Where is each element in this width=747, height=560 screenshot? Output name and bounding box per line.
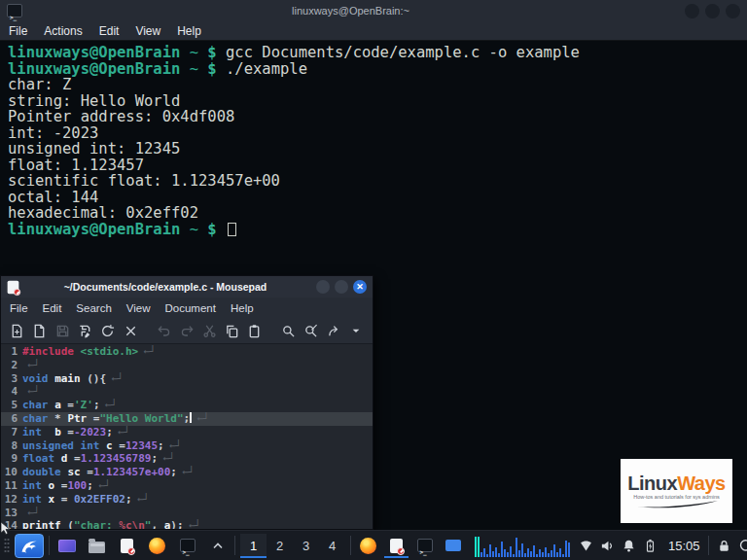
launcher-more-apps[interactable] — [205, 534, 230, 558]
visualizer-bar — [518, 550, 520, 557]
workspace-4[interactable]: 4 — [319, 534, 345, 558]
newline-mark: ←┘ — [22, 507, 39, 519]
line-number: 3 — [1, 372, 22, 386]
code-text: printf ("char: %c\n", a); ←┘ — [22, 519, 199, 529]
terminal-text: float: 1.123457 — [8, 157, 144, 174]
task-firefox[interactable] — [356, 534, 380, 558]
newline-mark: ←┘ — [158, 452, 174, 465]
terminal-menu-view[interactable]: View — [135, 24, 160, 38]
undo-icon — [157, 324, 171, 338]
editor-menu-help[interactable]: Help — [231, 302, 254, 314]
toolbar-cut-button — [198, 319, 221, 342]
terminal-maximize-button[interactable] — [705, 4, 720, 18]
window-icon — [445, 540, 461, 551]
visualizer-bar — [521, 543, 523, 557]
prompt-user: linuxways@OpenBrain — [8, 44, 180, 61]
tray-volume[interactable] — [596, 539, 618, 553]
action-session[interactable] — [735, 539, 747, 553]
prompt-path: ~ — [180, 221, 207, 238]
prompt-path: ~ — [180, 44, 207, 61]
toolbar-undo-button — [153, 319, 175, 342]
code-text: void main (){ ←┘ — [22, 372, 123, 386]
terminal-line: hexadecimal: 0x2eff02 — [8, 205, 739, 222]
line-number: 8 — [1, 439, 22, 453]
visualizer-bar — [513, 554, 515, 557]
launcher-terminal[interactable]: >_ — [175, 534, 199, 558]
tray-notifications[interactable] — [618, 539, 639, 553]
toolbar-open-button[interactable] — [28, 319, 51, 342]
toolbar-reload-button[interactable] — [96, 319, 119, 342]
mousepad-title: ~/Documents/code/example.c - Mousepad — [19, 281, 311, 293]
toolbar-paste-button[interactable] — [243, 319, 266, 342]
launcher-file-manager[interactable] — [85, 534, 109, 558]
editor-code[interactable]: 1#include <stdio.h> ←┘2 ←┘3void main (){… — [1, 344, 373, 529]
find-replace-icon — [303, 324, 318, 338]
toolbar-goto-button[interactable] — [322, 319, 344, 342]
terminal-line: linuxways@OpenBrain ~ $ ./example — [8, 61, 739, 78]
newline-mark: ←┘ — [93, 479, 110, 492]
line-number: 10 — [1, 466, 22, 479]
toolbar-close-file-button[interactable] — [120, 319, 142, 342]
terminal-menu-help[interactable]: Help — [177, 24, 201, 38]
mousepad-close-button[interactable]: ✕ — [353, 280, 367, 294]
terminal-close-button[interactable] — [726, 4, 740, 18]
task-list: >_ — [356, 534, 465, 558]
toolbar-menu-caret-button[interactable] — [345, 319, 368, 342]
editor-menu-document[interactable]: Document — [165, 302, 216, 314]
newline-mark: ←┘ — [106, 372, 123, 385]
task-window[interactable] — [441, 534, 465, 558]
workspace-2[interactable]: 2 — [267, 534, 293, 558]
editor-menu-file[interactable]: File — [10, 302, 28, 314]
terminal-menu-actions[interactable]: Actions — [44, 24, 82, 38]
app-menu-button[interactable] — [15, 534, 44, 558]
line-number: 11 — [1, 479, 22, 493]
terminal-content[interactable]: linuxways@OpenBrain ~ $ gcc Documents/co… — [0, 41, 747, 241]
workspace-3[interactable]: 3 — [293, 534, 319, 558]
launcher-mousepad[interactable] — [115, 534, 139, 558]
toolbar-save-as-button[interactable] — [74, 319, 96, 342]
tray-network[interactable] — [575, 539, 596, 553]
terminal-text: int: -2023 — [8, 124, 98, 142]
action-lock[interactable] — [714, 539, 735, 553]
editor-menu-edit[interactable]: Edit — [43, 302, 62, 314]
clock[interactable]: 15:05 — [668, 539, 700, 553]
terminal-menu-edit[interactable]: Edit — [99, 24, 120, 38]
code-text: ←┘ — [22, 385, 39, 399]
toolbar-find-replace-button[interactable] — [300, 319, 322, 342]
visualizer-bar — [480, 552, 482, 557]
bell-icon — [622, 539, 636, 553]
line-number: 9 — [1, 452, 22, 466]
mousepad-maximize-button[interactable] — [335, 280, 348, 294]
code-line: 2 ←┘ — [1, 359, 373, 372]
folder-icon — [89, 542, 105, 553]
mousepad-minimize-button[interactable] — [316, 280, 330, 294]
linuxways-wordmark: LinuxWays — [627, 473, 725, 493]
task-mousepad[interactable] — [384, 534, 409, 558]
editor-menu-view[interactable]: View — [126, 302, 151, 314]
mousepad-window: ~/Documents/code/example.c - Mousepad ✕ … — [0, 275, 374, 530]
session-refresh-icon — [738, 539, 747, 553]
visualizer-bar — [510, 546, 512, 557]
workspace-1[interactable]: 1 — [240, 534, 267, 558]
toolbar-new-button[interactable] — [6, 319, 28, 342]
terminal-text: scientific float: 1.123457e+00 — [8, 172, 280, 190]
terminal-line: string: Hello World — [8, 93, 739, 110]
terminal-line: unsigned int: 12345 — [8, 141, 739, 158]
panel-grip-left[interactable] — [4, 538, 10, 553]
terminal-menu-file[interactable]: File — [9, 24, 27, 38]
toolbar-copy-button[interactable] — [221, 319, 243, 342]
launcher-firefox[interactable] — [145, 534, 169, 558]
editor-menu-search[interactable]: Search — [76, 302, 111, 314]
battery-icon — [643, 539, 658, 553]
code-text: float d =1.123456789; ←┘ — [22, 452, 174, 466]
toolbar-find-button[interactable] — [277, 319, 300, 342]
task-terminal[interactable]: >_ — [412, 534, 437, 558]
launcher-show-desktop[interactable] — [54, 534, 79, 558]
tray-battery[interactable] — [639, 539, 660, 553]
visualizer-bar — [483, 548, 485, 557]
terminal-line: char: Z — [8, 77, 739, 93]
prompt-symbol: $ — [207, 60, 226, 78]
terminal-minimize-button[interactable] — [685, 4, 699, 18]
visualizer-bar — [516, 538, 517, 557]
panel-separator — [350, 536, 351, 555]
